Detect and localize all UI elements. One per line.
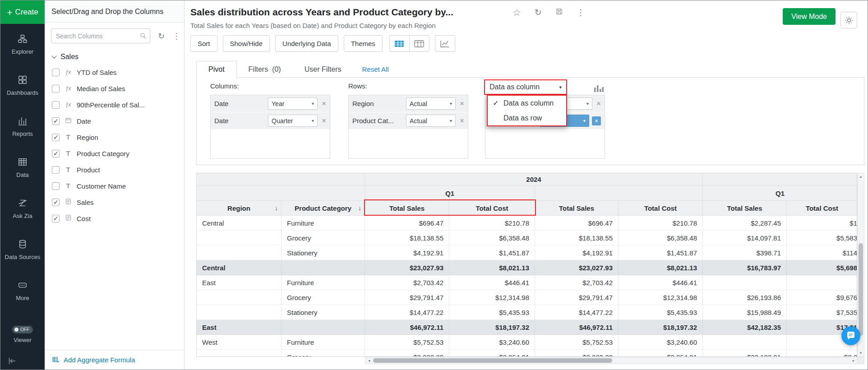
field-option-dropdown[interactable]: Actual▾ [406,115,456,127]
field-item[interactable]: TCustomer Name [45,178,184,194]
vertical-scroll-thumb[interactable] [859,243,863,336]
toolbar-button-themes[interactable]: Themes [344,35,383,52]
vertical-scrollbar[interactable]: ▴ ▾ [857,173,864,357]
column-header-1[interactable]: Product Category↓ [282,201,365,216]
date-field-icon [64,117,72,125]
settings-button[interactable] [840,12,857,28]
sidebar-item-explorer[interactable]: Explorer [12,34,33,55]
sidebar-item-reports[interactable]: Reports [12,116,33,137]
checkbox[interactable] [52,182,60,190]
chart-view-button[interactable] [435,35,455,52]
menu-option-data-as-row[interactable]: Data as row [488,111,566,125]
quarter-row-spacer [197,186,365,201]
remove-field-button[interactable]: × [460,100,464,107]
toolbar-button-show-hide[interactable]: Show/Hide [223,35,270,52]
field-option-dropdown[interactable]: Year▾ [268,97,318,110]
sidebar-item-sources[interactable]: Data Sources [5,239,41,260]
sidebar-item-dashboards[interactable]: Dashboards [7,75,38,96]
remove-field-button[interactable]: × [596,100,601,107]
horizontal-scrollbar[interactable]: ◂ ▸ [365,357,858,364]
table-group-sales[interactable]: Sales [45,47,184,64]
checkbox[interactable] [52,199,60,206]
field-item[interactable]: TProduct Category [45,145,184,162]
checkbox[interactable] [52,85,60,92]
create-button[interactable]: + Create [0,0,45,24]
field-item[interactable]: Sales [45,194,184,210]
remove-field-button[interactable]: × [592,116,601,125]
checkbox[interactable] [52,134,60,141]
sidebar-item-label: Dashboards [7,89,38,96]
tab-filters[interactable]: Filters (0) [237,61,293,77]
checkbox[interactable] [52,117,60,125]
table-cell: Stationery [282,245,365,260]
refresh-columns-icon[interactable]: ↻ [158,32,165,40]
viewer-toggle-label: OFF [20,327,29,332]
column-order-icon[interactable] [593,83,604,94]
checkbox[interactable] [52,166,60,174]
checkbox[interactable] [52,101,60,109]
sidebar-item-viewer[interactable]: OFF Viewer [0,326,45,343]
sidebar-item-more[interactable]: More [16,280,29,301]
checkbox[interactable] [52,215,60,222]
scroll-down-icon[interactable]: ▾ [858,351,864,355]
scroll-right-icon[interactable]: ▸ [851,359,856,363]
scroll-left-icon[interactable]: ◂ [366,359,372,363]
title-more-icon[interactable]: ⋮ [577,8,585,17]
horizontal-scroll-thumb[interactable] [373,358,612,363]
toolbar-button-underlying-data[interactable]: Underlying Data [275,35,338,52]
panel-more-icon[interactable]: ⋮ [172,32,180,40]
sidebar-item-data[interactable]: Data [16,157,28,178]
rows-well-box: RegionActual▾×Product Cat...Actual▾× [348,95,468,159]
table-cell: $23,027.93 [535,260,619,275]
collapse-sidebar-button[interactable] [7,356,17,366]
table-cell: $696.47 [365,216,449,231]
sidebar-item-label: Explorer [12,48,33,55]
search-input[interactable] [51,28,150,43]
table-cell: $3,240.60 [619,335,703,350]
table-cell: East [197,320,282,335]
sidebar-item-zia[interactable]: Ask Zia [13,198,32,219]
field-item[interactable]: ƒxMedian of Sales [45,80,184,97]
scroll-up-icon[interactable]: ▴ [858,175,864,179]
field-item[interactable]: TProduct [45,162,184,178]
field-item[interactable]: ƒx90thPercentile of Sal... [45,97,184,113]
tab-user-filters[interactable]: User Filters [293,61,353,77]
caret-down-icon: ▾ [583,118,586,123]
column-header-0[interactable]: Region↓ [197,201,282,216]
viewer-toggle[interactable]: OFF [12,326,33,333]
table-cell: $4,192.91 [365,245,449,260]
field-item[interactable]: Cost [45,210,184,227]
field-item[interactable]: ƒxYTD of Sales [45,64,184,80]
remove-field-button[interactable]: × [322,100,326,107]
pivot-view-button[interactable] [409,35,429,52]
refresh-report-icon[interactable]: ↻ [535,8,542,17]
checkbox[interactable] [52,69,60,76]
data-as-column-dropdown[interactable]: Data as column ▾ [484,79,567,95]
favorite-star-icon[interactable]: ☆ [512,8,521,17]
field-item[interactable]: TRegion [45,129,184,145]
menu-option-data-as-column[interactable]: ✓Data as column [488,96,566,111]
chat-support-button[interactable] [841,326,860,345]
field-name: Date [214,117,268,125]
field-option-dropdown[interactable]: Actual▾ [406,97,456,110]
explorer-icon [18,34,28,45]
table-cell: $14,477.22 [365,305,449,320]
field-option-dropdown[interactable]: Quarter▾ [268,115,318,127]
table-cell: $18,197.32 [619,320,703,335]
reset-all-link[interactable]: Reset All [362,61,388,77]
table-cell [787,275,857,290]
toolbar-button-sort[interactable]: Sort [190,35,217,52]
tab-pivot[interactable]: Pivot [196,61,237,78]
save-icon[interactable] [555,8,563,17]
remove-field-button[interactable]: × [460,117,464,125]
column-header-3: Total Cost [449,201,535,216]
view-mode-button[interactable]: View Mode [783,8,836,25]
field-item[interactable]: Date [45,113,184,129]
checkbox[interactable] [52,150,60,157]
spreadsheet-view-button[interactable] [389,35,410,52]
column-header-2: Total Sales [365,201,449,216]
table-cell: $42,182.35 [703,320,787,335]
table-cell [197,245,282,260]
add-aggregate-formula-link[interactable]: Add Aggregate Formula [45,350,184,370]
remove-field-button[interactable]: × [322,117,326,125]
